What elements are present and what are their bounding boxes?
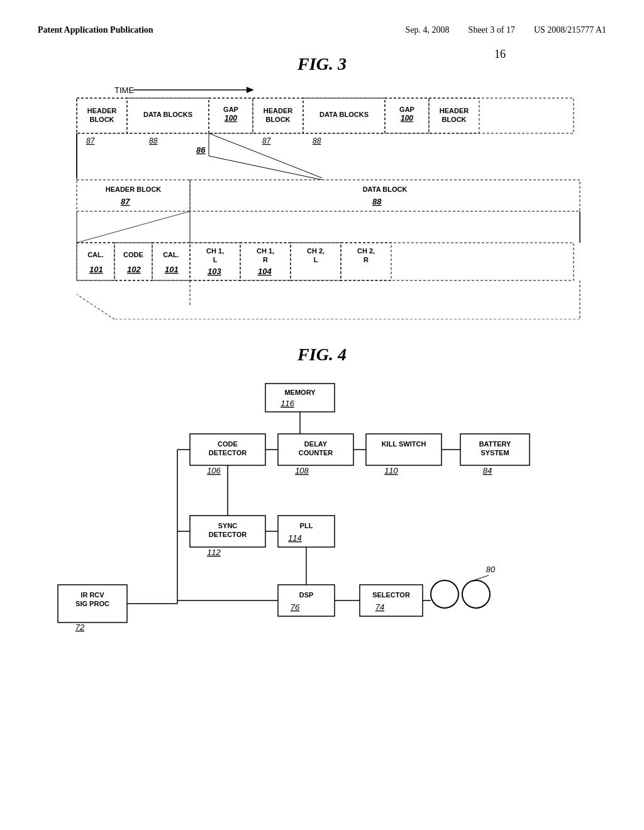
svg-text:CH 2,: CH 2,: [357, 247, 375, 255]
svg-text:GAP: GAP: [399, 106, 414, 113]
svg-text:HEADER: HEADER: [440, 107, 469, 114]
svg-text:DETECTOR: DETECTOR: [209, 449, 247, 456]
svg-text:72: 72: [75, 622, 85, 632]
svg-text:102: 102: [127, 265, 141, 274]
svg-text:SIG  PROC: SIG PROC: [75, 600, 109, 607]
svg-rect-73: [265, 384, 335, 412]
svg-text:87: 87: [121, 197, 130, 206]
svg-text:101: 101: [89, 265, 103, 274]
svg-text:108: 108: [295, 466, 309, 475]
svg-text:CAL.: CAL.: [87, 251, 104, 258]
page-header: Patent Application Publication Sep. 4, 2…: [38, 25, 606, 35]
svg-text:74: 74: [375, 602, 384, 612]
svg-text:L: L: [314, 256, 318, 263]
svg-text:DATA  BLOCKS: DATA BLOCKS: [143, 111, 192, 118]
fig3-title: FIG. 3 16: [38, 54, 606, 74]
svg-text:104: 104: [258, 267, 272, 276]
svg-text:103: 103: [208, 267, 221, 276]
svg-rect-109: [278, 585, 335, 616]
svg-marker-2: [247, 87, 254, 93]
svg-text:KILL  SWITCH: KILL SWITCH: [382, 440, 426, 448]
svg-text:CH 1,: CH 1,: [206, 247, 224, 255]
svg-text:84: 84: [483, 466, 492, 475]
svg-line-33: [209, 156, 322, 180]
svg-text:BLOCK: BLOCK: [441, 116, 466, 123]
svg-text:106: 106: [207, 466, 221, 475]
svg-text:GAP: GAP: [223, 106, 238, 113]
fig3-ref: 16: [494, 48, 506, 61]
svg-text:CODE: CODE: [218, 440, 238, 448]
svg-text:DATA  BLOCK: DATA BLOCK: [363, 185, 408, 193]
svg-rect-34: [77, 180, 190, 211]
svg-rect-100: [278, 516, 335, 547]
svg-text:SYSTEM: SYSTEM: [480, 449, 509, 456]
svg-rect-52: [152, 243, 190, 280]
svg-rect-46: [77, 243, 114, 280]
svg-text:CODE: CODE: [123, 251, 143, 258]
svg-text:100: 100: [401, 114, 413, 123]
svg-text:88: 88: [149, 136, 158, 145]
svg-point-115: [431, 580, 458, 608]
fig4-section: FIG. 4 MEMORY 116 CODE DETECTOR 106 DELA…: [38, 345, 606, 648]
sheet-info: Sheet 3 of 17: [469, 25, 515, 35]
svg-text:SYNC: SYNC: [218, 522, 238, 529]
pub-date: Sep. 4, 2008: [406, 25, 450, 35]
svg-text:SELECTOR: SELECTOR: [372, 591, 410, 599]
svg-text:BATTERY: BATTERY: [479, 440, 511, 448]
svg-text:CH 2,: CH 2,: [307, 247, 325, 255]
svg-text:PLL: PLL: [300, 522, 313, 529]
svg-point-116: [462, 580, 490, 608]
svg-text:BLOCK: BLOCK: [89, 116, 114, 123]
fig3-section: FIG. 3 16 TIME HEADER BLOCK DATA BLOCKS …: [38, 54, 606, 319]
svg-rect-85: [366, 434, 441, 465]
svg-rect-45: [77, 243, 574, 280]
svg-text:110: 110: [384, 466, 398, 475]
svg-text:HEADER BLOCK: HEADER BLOCK: [106, 185, 162, 193]
svg-text:DETECTOR: DETECTOR: [209, 531, 247, 538]
svg-text:L: L: [213, 256, 218, 263]
svg-text:101: 101: [165, 265, 179, 274]
svg-text:87: 87: [86, 136, 96, 145]
svg-text:CH 1,: CH 1,: [257, 247, 274, 255]
right-info: Sep. 4, 2008 Sheet 3 of 17 US 2008/21577…: [406, 25, 606, 35]
svg-text:88: 88: [372, 197, 382, 206]
svg-text:116: 116: [280, 399, 294, 408]
svg-text:88: 88: [313, 136, 321, 145]
svg-text:DSP: DSP: [299, 591, 314, 599]
svg-text:DELAY: DELAY: [304, 440, 328, 448]
pub-type: Patent Application Publication: [38, 25, 153, 35]
fig4-diagram: MEMORY 116 CODE DETECTOR 106 DELAY COUNT…: [52, 377, 592, 648]
fig3-diagram: TIME HEADER BLOCK DATA BLOCKS GAP 100 HE…: [52, 80, 592, 319]
svg-text:86: 86: [196, 145, 206, 155]
patent-page: Patent Application Publication Sep. 4, 2…: [0, 0, 644, 830]
svg-text:MEMORY: MEMORY: [284, 389, 316, 396]
svg-rect-112: [360, 585, 423, 616]
patent-num: US 2008/215777 A1: [534, 25, 606, 35]
svg-text:112: 112: [207, 548, 221, 557]
svg-text:100: 100: [225, 114, 237, 123]
svg-text:80: 80: [486, 565, 496, 574]
svg-text:R: R: [364, 256, 369, 263]
svg-text:DATA  BLOCKS: DATA BLOCKS: [319, 111, 369, 118]
svg-text:CAL.: CAL.: [163, 251, 179, 258]
svg-text:76: 76: [291, 602, 300, 612]
svg-rect-37: [190, 180, 580, 211]
svg-text:HEADER: HEADER: [264, 107, 293, 114]
svg-text:TIME: TIME: [114, 86, 134, 95]
svg-line-72: [77, 294, 114, 319]
svg-rect-49: [114, 243, 152, 280]
svg-text:R: R: [263, 256, 268, 263]
svg-text:COUNTER: COUNTER: [299, 449, 333, 456]
svg-text:114: 114: [288, 533, 302, 543]
svg-text:HEADER: HEADER: [87, 107, 117, 114]
svg-text:IR  RCV: IR RCV: [80, 591, 104, 599]
svg-text:87: 87: [262, 136, 272, 145]
fig4-title: FIG. 4: [38, 345, 606, 365]
svg-text:BLOCK: BLOCK: [265, 116, 290, 123]
svg-line-41: [77, 211, 190, 243]
